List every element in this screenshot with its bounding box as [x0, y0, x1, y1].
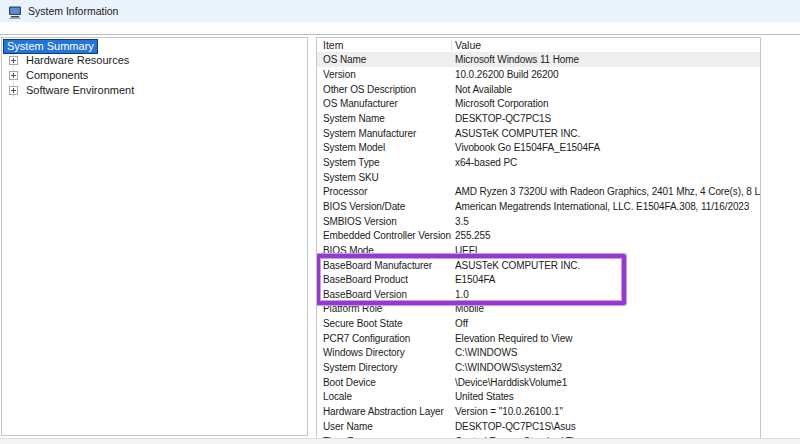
list-rows: OS Name Microsoft Windows 11 Home Versio… [317, 53, 760, 440]
item-cell: OS Manufacturer [317, 98, 455, 109]
table-row[interactable]: BIOS Mode UEFI [317, 243, 760, 258]
tree-item-label: Software Environment [23, 84, 137, 97]
detail-list-panel: Item Value OS Name Microsoft Windows 11 … [316, 37, 761, 444]
item-cell: Embedded Controller Version [317, 230, 455, 241]
item-cell: Boot Device [317, 377, 455, 388]
item-cell: User Name [317, 421, 455, 432]
value-cell: C:\WINDOWS [455, 347, 760, 358]
table-row[interactable]: PCR7 Configuration Elevation Required to… [317, 331, 760, 346]
panel-splitter[interactable] [309, 37, 316, 436]
item-cell: System Name [317, 113, 455, 124]
table-row[interactable]: SMBIOS Version 3.5 [317, 214, 760, 229]
value-cell: Elevation Required to View [455, 333, 760, 344]
value-cell: American Megatrends International, LLC. … [455, 201, 760, 212]
table-row[interactable]: System Type x64-based PC [317, 155, 760, 170]
tree-item[interactable]: System Summary [2, 39, 307, 54]
tree-items: System Summary Hardware Resources Compon… [2, 38, 307, 97]
table-row[interactable]: System Name DESKTOP-QC7PC1S [317, 111, 760, 126]
value-cell: 255.255 [455, 230, 760, 241]
value-cell: 1.0 [455, 289, 760, 300]
value-cell: DESKTOP-QC7PC1S\Asus [455, 421, 760, 432]
window-title: System Information [28, 5, 118, 17]
item-cell: System SKU [317, 172, 455, 183]
item-cell: Processor [317, 186, 455, 197]
table-row[interactable]: Processor AMD Ryzen 3 7320U with Radeon … [317, 184, 760, 199]
item-cell: System Directory [317, 362, 455, 373]
item-cell: Version [317, 69, 455, 80]
column-header-item[interactable]: Item [317, 39, 451, 51]
item-cell: SMBIOS Version [317, 216, 455, 227]
tree-item[interactable]: Hardware Resources [2, 54, 307, 69]
msinfo-app-icon [8, 5, 22, 18]
list-header: Item Value [317, 38, 760, 53]
value-cell: E1504FA [455, 274, 760, 285]
value-cell: AMD Ryzen 3 7320U with Radeon Graphics, … [455, 186, 760, 197]
tree-item-label: System Summary [4, 40, 97, 53]
table-row[interactable]: System Directory C:\WINDOWS\system32 [317, 360, 760, 375]
value-cell: Microsoft Corporation [455, 98, 760, 109]
table-row[interactable]: System SKU [317, 170, 760, 185]
table-row[interactable]: OS Name Microsoft Windows 11 Home [317, 53, 760, 68]
item-cell: PCR7 Configuration [317, 333, 455, 344]
column-header-value[interactable]: Value [451, 39, 481, 51]
table-row[interactable]: Locale United States [317, 390, 760, 405]
column-separator[interactable] [451, 39, 452, 51]
value-cell: Vivobook Go E1504FA_E1504FA [455, 142, 760, 153]
table-row[interactable]: BaseBoard Manufacturer ASUSTeK COMPUTER … [317, 258, 760, 273]
item-cell: Other OS Description [317, 84, 455, 95]
table-row[interactable]: Secure Boot State Off [317, 316, 760, 331]
item-cell: BIOS Version/Date [317, 201, 455, 212]
value-cell: \Device\HarddiskVolume1 [455, 377, 760, 388]
item-cell: BIOS Mode [317, 245, 455, 256]
value-cell: 10.0.26200 Build 26200 [455, 69, 760, 80]
table-row[interactable]: Platform Role Mobile [317, 302, 760, 317]
table-row[interactable]: Hardware Abstraction Layer Version = "10… [317, 404, 760, 419]
value-cell: Version = "10.0.26100.1" [455, 406, 760, 417]
tree-item[interactable]: Software Environment [2, 83, 307, 98]
value-cell: UEFI [455, 245, 760, 256]
table-row[interactable]: BIOS Version/Date American Megatrends In… [317, 199, 760, 214]
table-row[interactable]: Version 10.0.26200 Build 26200 [317, 67, 760, 82]
table-row[interactable]: Embedded Controller Version 255.255 [317, 228, 760, 243]
item-cell: Platform Role [317, 303, 455, 314]
table-row[interactable]: OS Manufacturer Microsoft Corporation [317, 96, 760, 111]
item-cell: Windows Directory [317, 347, 455, 358]
tree-item[interactable]: Components [2, 68, 307, 83]
value-cell: x64-based PC [455, 157, 760, 168]
item-cell: OS Name [317, 54, 455, 65]
table-row[interactable]: Other OS Description Not Available [317, 82, 760, 97]
value-cell: Mobile [455, 303, 760, 314]
expand-plus-icon[interactable] [9, 86, 18, 95]
value-cell: Off [455, 318, 760, 329]
value-cell: C:\WINDOWS\system32 [455, 362, 760, 373]
value-cell: ASUSTeK COMPUTER INC. [455, 128, 760, 139]
item-cell: Secure Boot State [317, 318, 455, 329]
expand-plus-icon[interactable] [9, 56, 18, 65]
item-cell: BaseBoard Manufacturer [317, 260, 455, 271]
tree-item-label: Hardware Resources [23, 54, 132, 67]
item-cell: Hardware Abstraction Layer [317, 406, 455, 417]
value-cell: Microsoft Windows 11 Home [455, 54, 760, 65]
table-row[interactable]: Windows Directory C:\WINDOWS [317, 346, 760, 361]
item-cell: Locale [317, 391, 455, 402]
item-cell: System Model [317, 142, 455, 153]
table-row[interactable]: System Model Vivobook Go E1504FA_E1504FA [317, 140, 760, 155]
window-bottom-edge [0, 438, 800, 444]
table-row[interactable]: System Manufacturer ASUSTeK COMPUTER INC… [317, 126, 760, 141]
item-cell: System Type [317, 157, 455, 168]
title-bar: System Information [0, 0, 800, 22]
value-cell: United States [455, 391, 760, 402]
item-cell: System Manufacturer [317, 128, 455, 139]
system-information-window: { "window": { "title": "System Informati… [0, 0, 800, 444]
expand-plus-icon[interactable] [9, 71, 18, 80]
navigation-tree-panel: System Summary Hardware Resources Compon… [1, 37, 308, 436]
value-cell: Not Available [455, 84, 760, 95]
value-cell: DESKTOP-QC7PC1S [455, 113, 760, 124]
table-row[interactable]: BaseBoard Version 1.0 [317, 287, 760, 302]
table-row[interactable]: User Name DESKTOP-QC7PC1S\Asus [317, 419, 760, 434]
value-cell: ASUSTeK COMPUTER INC. [455, 260, 760, 271]
item-cell: BaseBoard Product [317, 274, 455, 285]
menu-bar [0, 22, 800, 35]
table-row[interactable]: BaseBoard Product E1504FA [317, 272, 760, 287]
table-row[interactable]: Boot Device \Device\HarddiskVolume1 [317, 375, 760, 390]
